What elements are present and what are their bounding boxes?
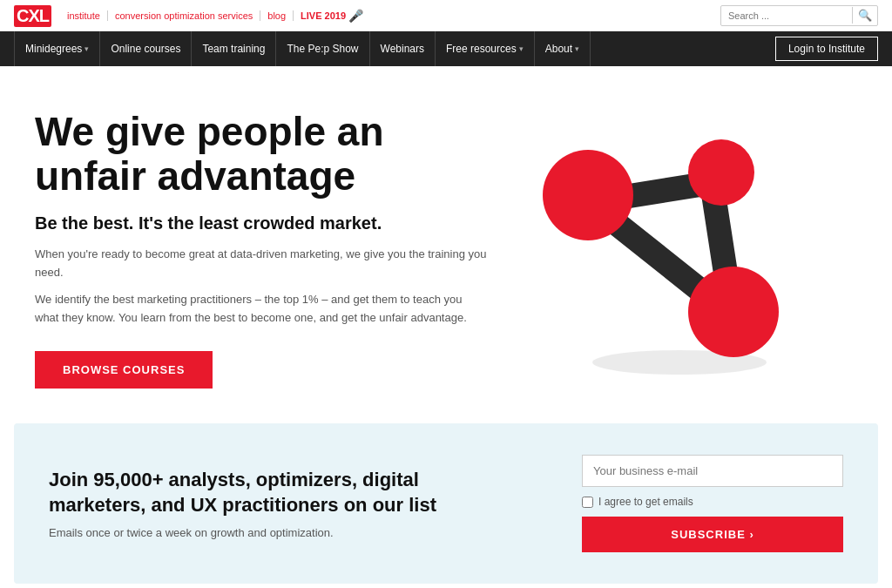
svg-point-5 [688, 139, 754, 206]
cos-link[interactable]: conversion optimization services [108, 10, 260, 21]
search-area: 🔍 [720, 5, 878, 26]
newsletter-title: Join 95,000+ analysts, optimizers, digit… [49, 468, 449, 517]
hero-title: We give people an unfair advantage [35, 110, 488, 198]
search-button[interactable]: 🔍 [852, 7, 877, 24]
login-button[interactable]: Login to Institute [775, 37, 878, 61]
network-illustration [505, 118, 801, 380]
search-input[interactable] [721, 9, 852, 23]
hero-section: We give people an unfair advantage Be th… [0, 66, 892, 423]
email-input[interactable] [582, 455, 843, 487]
blog-link[interactable]: blog [260, 10, 294, 21]
live-badge[interactable]: LIVE 2019 🎤 [294, 9, 370, 23]
nav-webinars[interactable]: Webinars [370, 31, 436, 66]
nav-bar: Minidegrees ▾ Online courses Team traini… [0, 31, 892, 66]
nav-links: Minidegrees ▾ Online courses Team traini… [14, 31, 775, 66]
nav-free-resources[interactable]: Free resources ▾ [436, 31, 535, 66]
svg-point-6 [688, 267, 779, 357]
agree-checkbox[interactable] [582, 497, 593, 508]
nav-minidegrees[interactable]: Minidegrees ▾ [14, 31, 100, 66]
newsletter-right: I agree to get emails SUBSCRIBE › [582, 455, 843, 552]
hero-desc2: We identify the best marketing practitio… [35, 291, 488, 328]
subscribe-button[interactable]: SUBSCRIBE › [582, 517, 843, 552]
nav-pep-show[interactable]: The Pe:p Show [276, 31, 369, 66]
hero-graphic [488, 110, 819, 389]
top-bar: CXL institute conversion optimization se… [0, 0, 892, 31]
hero-text: We give people an unfair advantage Be th… [35, 110, 488, 389]
nav-online-courses[interactable]: Online courses [100, 31, 192, 66]
top-bar-links: institute conversion optimization servic… [60, 9, 370, 23]
institute-link[interactable]: institute [60, 10, 108, 21]
browse-courses-button[interactable]: BROWSE COURSES [35, 351, 213, 389]
chevron-down-icon: ▾ [575, 44, 579, 53]
newsletter-left: Join 95,000+ analysts, optimizers, digit… [49, 468, 449, 539]
nav-about[interactable]: About ▾ [535, 31, 591, 66]
svg-point-4 [543, 150, 633, 240]
agree-label: I agree to get emails [598, 496, 693, 508]
live-icon: 🎤 [348, 9, 363, 23]
agree-row: I agree to get emails [582, 496, 843, 508]
nav-team-training[interactable]: Team training [192, 31, 276, 66]
chevron-down-icon: ▾ [84, 44, 89, 53]
logo[interactable]: CXL [14, 4, 51, 27]
newsletter-section: Join 95,000+ analysts, optimizers, digit… [14, 423, 878, 584]
hero-subtitle: Be the best. It's the least crowded mark… [35, 213, 488, 233]
chevron-down-icon: ▾ [519, 44, 524, 53]
hero-desc1: When you're ready to become great at dat… [35, 246, 488, 282]
newsletter-subtitle: Emails once or twice a week on growth an… [49, 526, 449, 539]
